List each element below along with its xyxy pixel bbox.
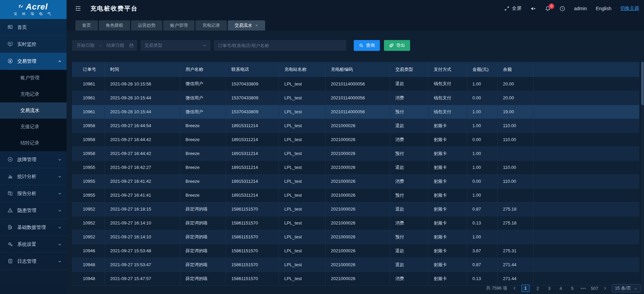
table-cell: 薛定谔的喵	[180, 216, 226, 230]
pagination-page-2[interactable]: 2	[534, 286, 541, 291]
mute-button[interactable]	[530, 6, 536, 12]
sidebar-collapse-icon[interactable]	[75, 5, 81, 12]
table-cell: 2021000026	[325, 146, 390, 160]
sidebar-subitem-transaction-flow[interactable]: 交易流水	[0, 102, 67, 119]
pagination-page-3[interactable]: 3	[546, 286, 553, 291]
table-cell: 0.00	[467, 174, 497, 188]
export-button[interactable]: 导出	[384, 40, 410, 51]
table-cell: 10961	[72, 91, 105, 105]
search-input[interactable]	[214, 40, 346, 51]
pagination-page-5[interactable]: 5	[569, 286, 576, 291]
username[interactable]: admin	[574, 6, 587, 11]
sidebar-item-statistical-analysis[interactable]: 统计分析	[0, 168, 67, 185]
table-row[interactable]: 109552021-09-27 16:41:41Breeze1891531121…	[72, 188, 639, 202]
scrollbar-thumb[interactable]	[641, 62, 644, 105]
query-button-label: 查询	[366, 42, 375, 48]
tab-account-management[interactable]: 账户管理	[163, 20, 195, 31]
brand-glyph-icon	[19, 4, 24, 9]
sidebar-item-report-analysis[interactable]: 报告分析	[0, 185, 67, 202]
table-row[interactable]: 109522021-09-27 16:18:15薛定谔的喵15861151570…	[72, 202, 639, 216]
theme-toggle-link[interactable]: 切换主题	[620, 5, 639, 12]
table-cell: 预付	[390, 230, 428, 244]
table-cell: 2021-09-27 16:14:10	[105, 216, 180, 230]
chevron-right-icon[interactable]	[603, 286, 607, 290]
table-cell: 3.87	[467, 244, 497, 258]
table-cell: 18915311214	[226, 146, 279, 160]
table-cell: 10961	[72, 105, 105, 119]
table-row[interactable]: 109582021-09-27 16:44:42Breeze1891531121…	[72, 146, 639, 160]
fullscreen-label: 全屏	[512, 5, 521, 12]
sidebar-item-fault-management[interactable]: 故障管理	[0, 151, 67, 168]
table-row[interactable]: 109552021-09-27 16:41:42Breeze1891531121…	[72, 174, 639, 188]
sidebar-item-log-management[interactable]: 日志管理	[0, 253, 67, 270]
table-row[interactable]: 109612021-09-28 10:15:44微信用户15370433809L…	[72, 105, 639, 119]
table-row[interactable]: 109612021-09-28 10:15:44微信用户15370433809L…	[72, 91, 639, 105]
chevron-down-icon	[202, 43, 207, 48]
sidebar-item-label: 交易管理	[17, 58, 36, 64]
table-row[interactable]: 109462021-09-27 15:53:48薛定谔的喵15861151570…	[72, 244, 639, 258]
column-header: 充电站名称	[279, 62, 325, 77]
table-row[interactable]: 109482021-09-27 15:47:57薛定谔的喵15861151570…	[72, 272, 639, 286]
page-size-select[interactable]: 15 条/页	[612, 284, 641, 292]
sidebar-subitem-charging-records[interactable]: 充电记录	[0, 86, 67, 102]
column-header: 支付方式	[428, 62, 467, 77]
table-cell: 1.00	[467, 119, 497, 133]
monitor-icon	[7, 41, 13, 47]
sidebar-subitem-recharge-records[interactable]: 充值记录	[0, 119, 67, 135]
table-row[interactable]: 109482021-09-27 15:53:47薛定谔的喵15861151570…	[72, 258, 639, 272]
sidebar-item-transaction-management[interactable]: 交易管理	[0, 53, 67, 70]
table-row[interactable]: 109552021-09-27 16:42:27Breeze1891531121…	[72, 160, 639, 174]
column-header: 交易类型	[390, 62, 428, 77]
brand-logo: Acrel 安 科 瑞 电 气	[0, 0, 67, 19]
table-cell: 射频卡	[428, 146, 467, 160]
table-cell-filler	[533, 146, 639, 160]
table-cell: LPL_test	[279, 91, 325, 105]
pagination-ellipsis[interactable]: •••	[581, 286, 586, 291]
transaction-type-select[interactable]: 交易类型	[141, 40, 210, 51]
table-cell: 退款	[390, 77, 428, 91]
help-button[interactable]: ?	[559, 6, 565, 12]
chevron-down-icon	[58, 259, 62, 263]
table-row[interactable]: 109522021-09-27 16:14:10薛定谔的喵15861151570…	[72, 216, 639, 230]
tab-charging-records[interactable]: 充电记录	[196, 20, 227, 31]
table-cell: 2021-09-27 15:53:48	[105, 244, 180, 258]
table-row[interactable]: 109582021-09-27 16:44:54Breeze1891531121…	[72, 119, 639, 133]
notifications-button[interactable]: 0	[545, 6, 551, 12]
table-row[interactable]: 109522021-09-27 16:14:10薛定谔的喵15861151570…	[72, 230, 639, 244]
table-cell: 15861151570	[226, 258, 279, 272]
sidebar-item-home[interactable]: 首页	[0, 19, 67, 36]
table-cell: 10958	[72, 146, 105, 160]
table-row[interactable]: 109612021-09-28 10:15:56微信用户15370433809L…	[72, 77, 639, 91]
sidebar-item-system-settings[interactable]: 系统设置	[0, 236, 67, 253]
table-cell: 微信用户	[180, 105, 226, 119]
sidebar-subitem-carryover-records[interactable]: 结转记录	[0, 135, 67, 151]
table-cell: 1.00	[467, 146, 497, 160]
table-cell-filler	[533, 105, 639, 119]
tab-home[interactable]: 首页	[75, 20, 98, 31]
sidebar-item-hazard-management[interactable]: 隐患管理	[0, 202, 67, 219]
tab-operation-trend[interactable]: 运营趋势	[131, 20, 162, 31]
pagination-page-507[interactable]: 507	[591, 286, 599, 291]
language-switch[interactable]: English	[596, 6, 611, 11]
tab-label: 运营趋势	[138, 22, 155, 28]
query-button[interactable]: 查询	[354, 40, 380, 51]
tab-bar: 首页角色授权运营趋势账户管理充电记录交易流水	[67, 17, 644, 31]
chevron-left-icon[interactable]	[513, 286, 517, 290]
close-icon[interactable]	[255, 24, 258, 27]
sidebar-subitem-account-management[interactable]: 账户管理	[0, 70, 67, 86]
date-range-picker[interactable]: 开始日期 ~ 结束日期	[72, 40, 137, 51]
pagination-page-4[interactable]: 4	[557, 286, 564, 291]
table-cell: 射频卡	[428, 174, 467, 188]
date-end-placeholder: 结束日期	[107, 42, 124, 48]
tab-transaction-flow[interactable]: 交易流水	[228, 20, 265, 31]
vertical-scrollbar[interactable]	[641, 61, 644, 293]
tab-role-authorization[interactable]: 角色授权	[99, 20, 130, 31]
sidebar-item-realtime-monitor[interactable]: 实时监控	[0, 36, 67, 53]
fullscreen-button[interactable]: 全屏	[504, 5, 521, 12]
table-row[interactable]: 109582021-09-27 16:44:42Breeze1891531121…	[72, 133, 639, 146]
table-cell: LPL_test	[279, 146, 325, 160]
sidebar-item-base-data-management[interactable]: 基础数据管理	[0, 219, 67, 236]
pagination-page-1[interactable]: 1	[521, 285, 530, 292]
table-cell: 10958	[72, 119, 105, 133]
table-cell: 消费	[390, 272, 428, 286]
